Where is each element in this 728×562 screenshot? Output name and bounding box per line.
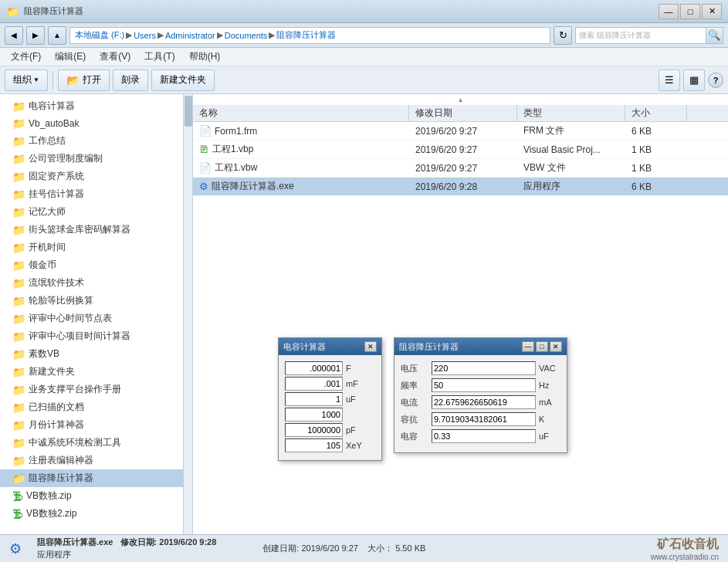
sidebar-item-5[interactable]: 📁 挂号信计算器 [0, 185, 192, 203]
organize-button[interactable]: 组织 ▼ [5, 69, 48, 91]
imp-input-4[interactable] [432, 429, 536, 443]
sidebar-item-3[interactable]: 📁 公司管理制度编制 [0, 150, 192, 168]
file-row-1[interactable]: 🖹 工程1.vbp 2019/6/20 9:27 Visual Basic Pr… [193, 140, 728, 159]
menu-file[interactable]: 文件(F) [5, 49, 47, 65]
sidebar-item-label-5: 挂号信计算器 [29, 188, 84, 201]
calc-unit-5: XeY [346, 441, 373, 450]
imp-maximize-btn[interactable]: □ [536, 341, 548, 352]
sidebar-item-11[interactable]: 📁 轮胎等比例换算 [0, 292, 192, 310]
sidebar-item-17[interactable]: 📁 已扫描的文档 [0, 398, 192, 416]
imp-input-1[interactable] [432, 378, 536, 392]
status-bar: ⚙ 阻容降压计算器.exe 修改日期: 2019/6/20 9:28 应用程序 … [0, 534, 728, 562]
scrollbar-thumb[interactable] [185, 96, 192, 127]
calc-popup-title: 电容计算器 ✕ [279, 338, 381, 355]
imp-input-2[interactable] [432, 395, 536, 409]
sidebar-item-8[interactable]: 📁 开机时间 [0, 239, 192, 256]
imp-close-btn[interactable]: ✕ [550, 341, 562, 352]
sidebar-item-16[interactable]: 📁 业务支撑平台操作手册 [0, 381, 192, 398]
maximize-button[interactable]: □ [680, 4, 700, 19]
folder-icon: 📁 [12, 224, 25, 236]
forward-button[interactable]: ▶ [26, 26, 45, 45]
calc-row-2: uF [285, 392, 375, 406]
sidebar-item-15[interactable]: 📁 新建文件夹 [0, 363, 192, 381]
file-row-2[interactable]: 📄 工程1.vbw 2019/6/20 9:27 VBW 文件 1 KB [193, 159, 728, 178]
window-title: 阻容降压计算器 [24, 5, 83, 17]
refresh-button[interactable]: ↻ [554, 26, 572, 45]
col-type[interactable]: 类型 [517, 105, 625, 121]
calc-input-4[interactable] [285, 423, 343, 437]
search-box[interactable]: 搜索 阻容降压计算器 [575, 27, 706, 44]
sidebar-item-18[interactable]: 📁 月份计算神器 [0, 416, 192, 434]
calc-input-3[interactable] [285, 408, 343, 422]
sidebar-item-9[interactable]: 📁 领金币 [0, 256, 192, 274]
calc-close-btn[interactable]: ✕ [364, 341, 377, 352]
up-button[interactable]: ▲ [48, 26, 66, 45]
sidebar-item-12[interactable]: 📁 评审中心时间节点表 [0, 310, 192, 327]
sidebar-item-7[interactable]: 📁 街头篮球金库密码解算器 [0, 221, 192, 239]
folder-icon: 📁 [12, 171, 25, 183]
sidebar-item-label-21: 阻容降压计算器 [29, 472, 93, 485]
view-details-button[interactable]: ▦ [683, 69, 705, 91]
back-button[interactable]: ◀ [5, 26, 23, 45]
path-part-4: Documents [225, 31, 268, 40]
calc-input-0[interactable] [285, 361, 343, 375]
help-button[interactable]: ? [708, 73, 723, 88]
imp-minimize-btn[interactable]: — [522, 341, 534, 352]
title-bar-left: 📁 阻容降压计算器 [6, 5, 83, 18]
title-bar: 📁 阻容降压计算器 — □ ✕ [0, 0, 728, 23]
minimize-button[interactable]: — [659, 4, 679, 19]
col-size[interactable]: 大小 [625, 105, 687, 121]
sidebar-item-label-3: 公司管理制度编制 [29, 152, 103, 165]
path-part-3: Administrator [165, 31, 215, 40]
address-path[interactable]: 本地磁盘 (F:) ▶ Users ▶ Administrator ▶ Docu… [69, 27, 550, 44]
menu-tools[interactable]: 工具(T) [138, 49, 181, 65]
sidebar-item-1[interactable]: 📁 Vb_autoBak [0, 115, 192, 132]
calc-row-4: pF [285, 423, 375, 437]
sidebar-item-zip1[interactable]: 🗜 VB数独.zip [0, 487, 192, 505]
file-icon-vbw: 📄 [199, 162, 212, 174]
sidebar-item-21[interactable]: 📁 阻容降压计算器 [0, 469, 192, 487]
imp-row-1: 频率 Hz [401, 378, 560, 392]
calc-input-1[interactable] [285, 377, 343, 391]
col-date[interactable]: 修改日期 [409, 105, 517, 121]
calc-row-5: XeY [285, 438, 375, 452]
calc-input-5[interactable] [285, 438, 343, 452]
imp-unit-2: mA [539, 398, 552, 407]
imp-input-3[interactable] [432, 412, 536, 426]
search-button[interactable]: 🔍 [706, 27, 723, 44]
menu-edit[interactable]: 编辑(E) [49, 49, 92, 65]
sidebar-item-6[interactable]: 📁 记忆大师 [0, 203, 192, 221]
calc-input-2[interactable] [285, 392, 343, 406]
menu-view[interactable]: 查看(V) [93, 49, 137, 65]
calc-title-label: 电容计算器 [283, 341, 326, 353]
folder-icon: 📁 [12, 135, 25, 147]
search-placeholder: 搜索 阻容降压计算器 [579, 30, 651, 41]
open-icon: 📂 [66, 74, 80, 86]
status-filename: 阻容降压计算器.exe 修改日期: 2019/6/20 9:28 [37, 537, 216, 548]
imp-input-0[interactable] [432, 361, 536, 375]
sidebar-scrollbar[interactable] [183, 94, 192, 534]
sidebar-item-13[interactable]: 📁 评审中心项目时间计算器 [0, 327, 192, 345]
folder-icon: 📁 [12, 313, 25, 325]
sidebar-item-19[interactable]: 📁 中诚系统环境检测工具 [0, 434, 192, 452]
open-button[interactable]: 📂 打开 [58, 69, 110, 91]
sidebar: 📁 电容计算器 📁 Vb_autoBak 📁 工作总结 📁 公司管理制度编制 📁… [0, 94, 193, 534]
menu-help[interactable]: 帮助(H) [183, 49, 227, 65]
sidebar-item-14[interactable]: 📁 素数VB [0, 345, 192, 363]
file-row-3[interactable]: ⚙ 阻容降压计算器.exe 2019/6/20 9:28 应用程序 6 KB [193, 178, 728, 196]
sidebar-item-2[interactable]: 📁 工作总结 [0, 132, 192, 150]
sidebar-item-label-8: 开机时间 [29, 241, 66, 254]
sidebar-item-label-16: 业务支撑平台操作手册 [29, 383, 121, 396]
sidebar-item-10[interactable]: 📁 流氓软件技术 [0, 274, 192, 292]
sidebar-item-4[interactable]: 📁 固定资产系统 [0, 168, 192, 185]
sidebar-item-0[interactable]: 📁 电容计算器 [0, 97, 192, 115]
burn-button[interactable]: 刻录 [113, 69, 148, 91]
organize-label: 组织 [13, 73, 32, 86]
sidebar-item-20[interactable]: 📁 注册表编辑神器 [0, 452, 192, 469]
new-folder-button[interactable]: 新建文件夹 [151, 69, 215, 91]
close-button[interactable]: ✕ [702, 4, 722, 19]
sidebar-item-zip2[interactable]: 🗜 VB数独2.zip [0, 505, 192, 523]
file-row-0[interactable]: 📄 Form1.frm 2019/6/20 9:27 FRM 文件 6 KB [193, 122, 728, 140]
view-options-button[interactable]: ☰ [659, 69, 680, 91]
col-name[interactable]: 名称 [193, 105, 409, 121]
